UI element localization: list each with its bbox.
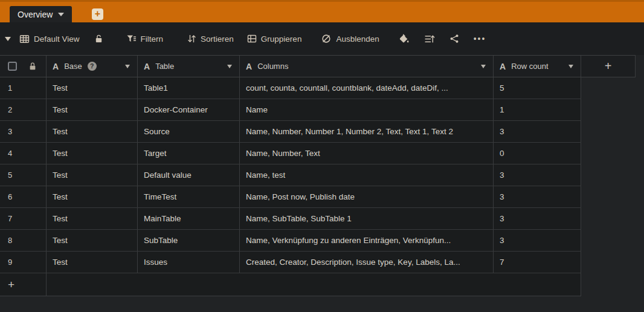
cell-base[interactable]: Test — [47, 208, 138, 229]
row-number[interactable]: 2 — [0, 99, 47, 120]
cell-base[interactable]: Test — [47, 230, 138, 251]
row-number[interactable]: 5 — [0, 164, 47, 186]
filter-label: Filtern — [141, 34, 164, 44]
row-number[interactable]: 8 — [0, 230, 47, 251]
row-number[interactable]: 3 — [0, 121, 47, 142]
text-field-type-icon: A — [500, 62, 506, 71]
lock-view-icon[interactable] — [94, 34, 103, 44]
group-icon — [247, 34, 257, 44]
collapse-views-chevron-icon[interactable] — [5, 37, 11, 41]
sort-button[interactable]: Sortieren — [187, 34, 234, 44]
chevron-down-icon[interactable] — [58, 13, 64, 16]
cell-base[interactable]: Test — [47, 143, 138, 164]
row-number[interactable]: 6 — [0, 186, 47, 207]
data-grid: A Base ? A Table A Columns A Row count +… — [0, 55, 636, 296]
cell-base[interactable]: Test — [47, 186, 138, 207]
cell-columns[interactable]: Name, Number, Number 1, Number 2, Text, … — [240, 121, 494, 142]
column-header-base[interactable]: A Base ? — [47, 56, 138, 77]
cell-columns[interactable]: count, counta, countall, countblank, dat… — [240, 77, 494, 99]
table-row: 2 Test Docker-Container Name 1 — [0, 99, 581, 121]
add-tab-button[interactable]: + — [92, 8, 103, 20]
add-row-band: + — [0, 273, 581, 296]
cell-base[interactable]: Test — [47, 77, 138, 99]
cell-base[interactable]: Test — [47, 121, 138, 142]
table-row: 5 Test Default value Name, test 3 — [0, 164, 581, 186]
cell-base[interactable]: Test — [47, 252, 138, 273]
paint-bucket-icon[interactable] — [399, 34, 410, 44]
column-dropdown-icon[interactable] — [125, 65, 130, 68]
table-row: 9 Test Issues Created, Creator, Descript… — [0, 252, 581, 273]
cell-row-count[interactable]: 7 — [494, 252, 581, 273]
cell-columns[interactable]: Name, test — [240, 164, 494, 186]
row-number[interactable]: 1 — [0, 77, 47, 99]
cell-row-count[interactable]: 5 — [494, 77, 581, 99]
cell-row-count[interactable]: 3 — [494, 164, 581, 186]
add-column-button[interactable]: + — [581, 56, 636, 77]
cell-row-count[interactable]: 0 — [494, 143, 581, 164]
sort-label: Sortieren — [201, 34, 234, 44]
tab-bar: Overview + — [0, 0, 644, 22]
column-dropdown-icon[interactable] — [568, 65, 573, 68]
cell-table[interactable]: Target — [138, 143, 240, 164]
header-select-cell — [0, 56, 47, 77]
text-field-type-icon: A — [53, 62, 59, 71]
add-row-empty-cell — [47, 273, 581, 296]
table-row: 4 Test Target Name, Number, Text 0 — [0, 143, 581, 164]
cell-row-count[interactable]: 3 — [494, 208, 581, 229]
cell-table[interactable]: Table1 — [138, 77, 240, 99]
cell-table[interactable]: MainTable — [138, 208, 240, 229]
view-switcher[interactable]: Default View — [19, 34, 80, 44]
column-header-columns[interactable]: A Columns — [240, 56, 494, 77]
tab-overview[interactable]: Overview — [10, 6, 72, 22]
column-dropdown-icon[interactable] — [481, 65, 486, 68]
table-row: 7 Test MainTable Name, SubTable, SubTabl… — [0, 208, 581, 230]
cell-table[interactable]: Docker-Container — [138, 99, 240, 120]
hide-fields-button[interactable]: Ausblenden — [321, 33, 379, 44]
cell-table[interactable]: TimeTest — [138, 186, 240, 207]
cell-base[interactable]: Test — [47, 99, 138, 120]
cell-columns[interactable]: Name, Verknüpfung zu anderen Einträgen, … — [240, 230, 494, 251]
cell-columns[interactable]: Name, Post now, Publish date — [240, 186, 494, 207]
filter-button[interactable]: Filtern — [126, 34, 164, 44]
cell-columns[interactable]: Name, Number, Text — [240, 143, 494, 164]
grid-view-icon — [19, 34, 30, 44]
cell-table[interactable]: Issues — [138, 252, 240, 273]
cell-row-count[interactable]: 3 — [494, 186, 581, 207]
cell-row-count[interactable]: 3 — [494, 121, 581, 142]
column-header-table[interactable]: A Table — [138, 56, 240, 77]
share-icon[interactable] — [449, 34, 459, 44]
select-all-checkbox[interactable] — [8, 62, 17, 71]
cell-base[interactable]: Test — [47, 164, 138, 186]
text-field-type-icon: A — [246, 62, 252, 71]
cell-columns[interactable]: Created, Creator, Description, Issue typ… — [240, 252, 494, 273]
row-height-icon[interactable] — [424, 34, 435, 44]
filter-icon — [126, 34, 137, 44]
cell-table[interactable]: SubTable — [138, 230, 240, 251]
table-row: 6 Test TimeTest Name, Post now, Publish … — [0, 186, 581, 208]
eye-off-icon — [321, 33, 332, 44]
tab-label: Overview — [18, 10, 53, 19]
row-number[interactable]: 9 — [0, 252, 47, 273]
row-number[interactable]: 4 — [0, 143, 47, 164]
group-label: Gruppieren — [261, 34, 302, 44]
add-row-button[interactable]: + — [0, 273, 47, 296]
help-icon[interactable]: ? — [88, 62, 97, 71]
cell-table[interactable]: Source — [138, 121, 240, 142]
row-number[interactable]: 7 — [0, 208, 47, 229]
group-button[interactable]: Gruppieren — [247, 34, 302, 44]
cell-table[interactable]: Default value — [138, 164, 240, 186]
cell-row-count[interactable]: 1 — [494, 99, 581, 120]
more-options-button[interactable]: ••• — [474, 34, 486, 44]
grid-header-row: A Base ? A Table A Columns A Row count + — [0, 56, 636, 77]
cell-row-count[interactable]: 3 — [494, 230, 581, 251]
cell-columns[interactable]: Name — [240, 99, 494, 120]
table-row: 1 Test Table1 count, counta, countall, c… — [0, 77, 581, 99]
view-toolbar: Default View Filtern Sortieren Gruppiere… — [0, 22, 644, 55]
column-header-row-count[interactable]: A Row count — [494, 56, 581, 77]
view-name: Default View — [34, 34, 80, 44]
lock-icon — [28, 62, 37, 71]
column-dropdown-icon[interactable] — [227, 65, 232, 68]
text-field-type-icon: A — [144, 62, 150, 71]
table-row: 8 Test SubTable Name, Verknüpfung zu and… — [0, 230, 581, 252]
cell-columns[interactable]: Name, SubTable, SubTable 1 — [240, 208, 494, 229]
